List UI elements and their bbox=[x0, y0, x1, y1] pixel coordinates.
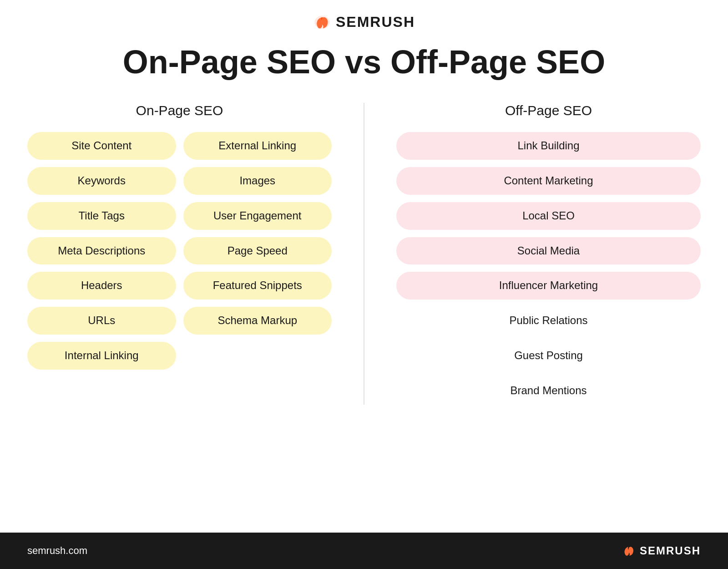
list-item: Guest Posting bbox=[396, 342, 701, 370]
list-item: Public Relations bbox=[396, 307, 701, 335]
list-item: Influencer Marketing bbox=[396, 272, 701, 300]
list-item: Internal Linking bbox=[27, 342, 176, 370]
page-title: On-Page SEO vs Off-Page SEO bbox=[123, 44, 605, 80]
columns-wrapper: On-Page SEO Site Content External Linkin… bbox=[27, 103, 701, 404]
onpage-column-title: On-Page SEO bbox=[136, 103, 223, 118]
offpage-list: Link Building Content Marketing Local SE… bbox=[396, 132, 701, 404]
list-item: Featured Snippets bbox=[183, 272, 332, 300]
list-item: Link Building bbox=[396, 132, 701, 160]
footer-url: semrush.com bbox=[27, 545, 87, 557]
logo-area: SEMRUSH bbox=[313, 14, 415, 30]
list-item: Keywords bbox=[27, 167, 176, 195]
list-item: Site Content bbox=[27, 132, 176, 160]
list-item: Headers bbox=[27, 272, 176, 300]
list-item: User Engagement bbox=[183, 202, 332, 230]
semrush-logo-icon bbox=[313, 15, 331, 30]
onpage-column: On-Page SEO Site Content External Linkin… bbox=[27, 103, 332, 404]
onpage-grid: Site Content External Linking Keywords I… bbox=[27, 132, 332, 370]
list-item: Social Media bbox=[396, 237, 701, 265]
list-item: URLs bbox=[27, 307, 176, 335]
list-item: External Linking bbox=[183, 132, 332, 160]
list-item: Brand Mentions bbox=[396, 377, 701, 405]
list-item: Schema Markup bbox=[183, 307, 332, 335]
list-item: Page Speed bbox=[183, 237, 332, 265]
offpage-column-title: Off-Page SEO bbox=[505, 103, 592, 118]
column-divider bbox=[364, 103, 364, 404]
list-item: Images bbox=[183, 167, 332, 195]
list-item: Title Tags bbox=[27, 202, 176, 230]
footer: semrush.com SEMRUSH bbox=[0, 533, 728, 569]
logo-text: SEMRUSH bbox=[336, 14, 415, 30]
footer-logo-icon bbox=[622, 545, 636, 557]
footer-logo-text: SEMRUSH bbox=[640, 544, 701, 557]
main-content: SEMRUSH On-Page SEO vs Off-Page SEO On-P… bbox=[0, 0, 728, 533]
list-item: Content Marketing bbox=[396, 167, 701, 195]
offpage-column: Off-Page SEO Link Building Content Marke… bbox=[396, 103, 701, 404]
list-item: Local SEO bbox=[396, 202, 701, 230]
footer-logo: SEMRUSH bbox=[622, 544, 701, 557]
list-item: Meta Descriptions bbox=[27, 237, 176, 265]
